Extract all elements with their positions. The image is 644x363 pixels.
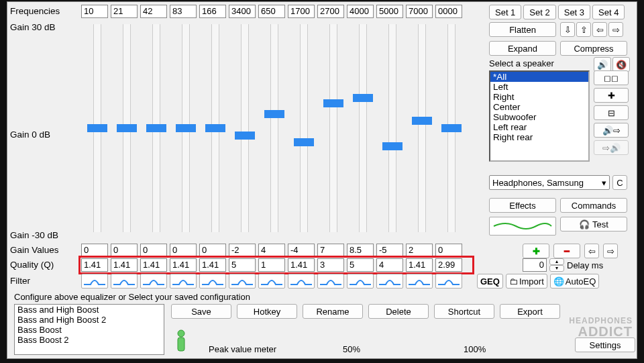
- frequency-input-3[interactable]: 83: [170, 5, 197, 18]
- config-item-3[interactable]: Bass Boost 2: [15, 335, 164, 345]
- frequency-input-12[interactable]: 0000: [435, 5, 462, 18]
- speaker-list[interactable]: *AllLeftRightCenterSubwooferLeft rearRig…: [489, 70, 590, 162]
- gain-slider-7[interactable]: [300, 24, 308, 232]
- filter-type-button-1[interactable]: [111, 274, 138, 289]
- gain-slider-thumb-6[interactable]: [264, 110, 284, 118]
- export-button[interactable]: Export: [500, 304, 560, 319]
- filter-type-button-4[interactable]: [199, 274, 226, 289]
- config-item-1[interactable]: Bass and High Boost 2: [15, 315, 164, 325]
- autoeq-button[interactable]: 🌐 AutoEQ: [550, 274, 600, 289]
- frequency-input-1[interactable]: 21: [111, 5, 138, 18]
- layout-stereo-button[interactable]: ◻◻: [594, 70, 629, 85]
- arrow-left-button[interactable]: ⇦: [592, 22, 607, 37]
- gain-slider-10[interactable]: [388, 24, 396, 232]
- device-select[interactable]: Headphones, Samsung ▾: [489, 175, 610, 190]
- filter-type-button-5[interactable]: [229, 274, 256, 289]
- quality-input-2[interactable]: 1.41: [140, 258, 167, 272]
- filter-type-button-6[interactable]: [258, 274, 285, 289]
- quality-input-1[interactable]: 1.41: [111, 258, 138, 272]
- gain-input-9[interactable]: 8.5: [347, 244, 374, 257]
- gain-slider-thumb-7[interactable]: [294, 138, 314, 146]
- set1-button[interactable]: Set 1: [489, 5, 521, 19]
- filter-type-button-9[interactable]: [347, 274, 374, 289]
- delay-up-button[interactable]: ▴: [549, 258, 564, 265]
- gain-slider-thumb-3[interactable]: [176, 124, 196, 132]
- c-button[interactable]: C: [612, 175, 627, 190]
- filter-type-button-11[interactable]: [406, 274, 433, 289]
- gain-input-5[interactable]: -2: [229, 244, 256, 257]
- filter-type-button-12[interactable]: [435, 274, 462, 289]
- gain-input-12[interactable]: 0: [435, 244, 462, 257]
- gain-input-8[interactable]: 7: [317, 244, 344, 257]
- speaker-item-left[interactable]: Left: [490, 82, 588, 92]
- gain-slider-11[interactable]: [418, 24, 426, 232]
- set2-button[interactable]: Set 2: [523, 5, 555, 19]
- commands-button[interactable]: Commands: [560, 198, 627, 213]
- speaker-item-right[interactable]: Right: [490, 92, 588, 102]
- gain-input-0[interactable]: 0: [81, 244, 108, 257]
- filter-type-button-2[interactable]: [140, 274, 167, 289]
- filter-type-button-8[interactable]: [317, 274, 344, 289]
- effects-button[interactable]: Effects: [489, 198, 556, 213]
- gain-input-4[interactable]: 0: [199, 244, 226, 257]
- gain-slider-thumb-1[interactable]: [117, 124, 137, 132]
- gain-slider-8[interactable]: [329, 24, 337, 232]
- delay-down-button[interactable]: ▾: [549, 265, 564, 272]
- unmute-button[interactable]: 🔊: [594, 57, 611, 72]
- gain-slider-thumb-5[interactable]: [235, 132, 255, 140]
- quality-input-7[interactable]: 1.41: [288, 258, 315, 272]
- frequency-input-9[interactable]: 4000: [347, 5, 374, 18]
- flatten-button[interactable]: Flatten: [489, 22, 556, 37]
- gain-input-6[interactable]: 4: [258, 244, 285, 257]
- shift-right-button[interactable]: ⇨: [603, 244, 618, 258]
- quality-input-10[interactable]: 4: [376, 258, 403, 272]
- gain-input-2[interactable]: 0: [140, 244, 167, 257]
- quality-input-6[interactable]: 1: [258, 258, 285, 272]
- quality-input-5[interactable]: 5: [229, 258, 256, 272]
- speaker-item-subwoofer[interactable]: Subwoofer: [490, 112, 588, 122]
- shift-left-button[interactable]: ⇦: [584, 244, 599, 258]
- filter-type-button-0[interactable]: [81, 274, 108, 289]
- quality-input-8[interactable]: 3: [317, 258, 344, 272]
- frequency-input-5[interactable]: 3400: [229, 5, 256, 18]
- compress-button[interactable]: Compress: [560, 41, 627, 56]
- frequency-input-11[interactable]: 7000: [406, 5, 433, 18]
- remove-band-button[interactable]: ━: [553, 244, 580, 258]
- frequency-input-4[interactable]: 166: [199, 5, 226, 18]
- gain-input-3[interactable]: 0: [170, 244, 197, 257]
- filter-type-button-10[interactable]: [376, 274, 403, 289]
- filter-type-button-7[interactable]: [288, 274, 315, 289]
- quality-input-9[interactable]: 5: [347, 258, 374, 272]
- arrow-right-button[interactable]: ⇨: [608, 22, 623, 37]
- quality-input-0[interactable]: 1.41: [81, 258, 108, 272]
- config-list[interactable]: Bass and High BoostBass and High Boost 2…: [14, 304, 164, 355]
- add-band-button[interactable]: ✚: [523, 244, 549, 258]
- gain-slider-thumb-2[interactable]: [146, 124, 166, 132]
- test-button[interactable]: 🎧 Test: [560, 217, 627, 231]
- speaker-item-center[interactable]: Center: [490, 102, 588, 112]
- gain-slider-thumb-8[interactable]: [323, 99, 343, 107]
- mute-button[interactable]: 🔇: [612, 57, 630, 72]
- frequency-input-6[interactable]: 650: [258, 5, 285, 18]
- shortcut-button[interactable]: Shortcut: [434, 304, 494, 319]
- config-item-0[interactable]: Bass and High Boost: [15, 305, 164, 315]
- gain-slider-thumb-0[interactable]: [87, 124, 107, 132]
- arrow-down-button[interactable]: ⇩: [560, 22, 575, 37]
- arrow-up-button[interactable]: ⇧: [576, 22, 591, 37]
- gain-slider-thumb-12[interactable]: [441, 124, 462, 132]
- set4-button[interactable]: Set 4: [592, 5, 625, 19]
- quality-input-12[interactable]: 2.99: [435, 258, 462, 272]
- gain-slider-6[interactable]: [270, 24, 278, 232]
- speaker-out-button[interactable]: 🔊⇨: [594, 123, 629, 138]
- speaker-item-right-rear[interactable]: Right rear: [490, 132, 588, 142]
- geq-button[interactable]: GEQ: [477, 274, 503, 289]
- quality-input-3[interactable]: 1.41: [170, 258, 197, 272]
- delete-button[interactable]: Delete: [368, 304, 429, 319]
- quality-input-11[interactable]: 1.41: [406, 258, 433, 272]
- config-item-2[interactable]: Bass Boost: [15, 325, 164, 335]
- gain-input-11[interactable]: 2: [406, 244, 433, 257]
- speaker-item-left-rear[interactable]: Left rear: [490, 122, 588, 132]
- speaker-item--all[interactable]: *All: [490, 72, 588, 82]
- layout-surround-button[interactable]: ✚: [594, 88, 629, 103]
- layout-minus-button[interactable]: ⊟: [594, 105, 629, 120]
